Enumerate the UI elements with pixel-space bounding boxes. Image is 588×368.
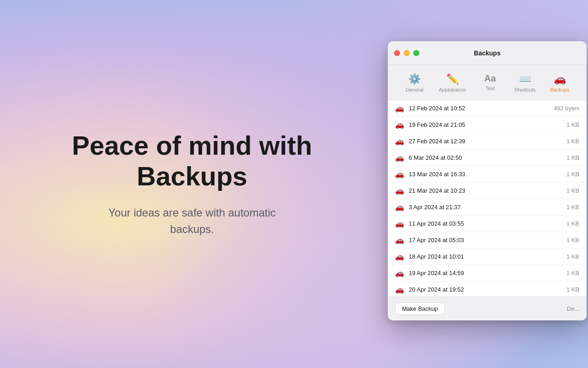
- toolbar-item-appearance[interactable]: ✏️ Appearance: [433, 70, 472, 96]
- backup-file-icon: 🚗: [395, 186, 404, 195]
- footer: Make Backup De...: [388, 297, 587, 320]
- backup-date: 27 Feb 2024 at 12:39: [409, 138, 562, 145]
- backup-size: 1 KB: [567, 220, 579, 227]
- backup-file-icon: 🚗: [395, 203, 404, 211]
- backup-row[interactable]: 🚗6 Mar 2024 at 02:501 KB: [388, 150, 587, 166]
- toolbar-item-text[interactable]: Aa Text: [474, 70, 506, 96]
- backup-file-icon: 🚗: [395, 153, 404, 162]
- backup-date: 17 Apr 2024 at 05:03: [409, 237, 562, 244]
- backup-size: 1 KB: [567, 187, 579, 194]
- backup-file-icon: 🚗: [395, 269, 404, 277]
- backup-date: 13 Mar 2024 at 16:33: [409, 171, 562, 178]
- backups-list[interactable]: 🚗12 Feb 2024 at 10:52492 bytes🚗19 Feb 20…: [388, 100, 587, 297]
- shortcuts-icon: ⌨️: [519, 73, 531, 85]
- backup-file-icon: 🚗: [395, 236, 404, 244]
- backup-row[interactable]: 🚗19 Feb 2024 at 21:051 KB: [388, 117, 587, 133]
- toolbar-item-shortcuts[interactable]: ⌨️ Shortcuts: [508, 70, 542, 96]
- toolbar: ⚙️ General ✏️ Appearance Aa Text ⌨️ Shor…: [388, 65, 587, 100]
- hero-section: Peace of mind with Backups Your ideas ar…: [0, 0, 384, 368]
- text-label: Text: [486, 86, 495, 91]
- appearance-label: Appearance: [439, 87, 466, 92]
- backup-date: 3 Apr 2024 at 21:37: [409, 204, 562, 211]
- backup-row[interactable]: 🚗20 Apr 2024 at 19:521 KB: [388, 281, 587, 297]
- minimize-button[interactable]: [404, 50, 410, 56]
- backup-file-icon: 🚗: [395, 219, 404, 228]
- backup-file-icon: 🚗: [395, 120, 404, 129]
- backup-file-icon: 🚗: [395, 104, 404, 113]
- backup-row[interactable]: 🚗27 Feb 2024 at 12:391 KB: [388, 133, 587, 150]
- toolbar-item-backups[interactable]: 🚗 Backups: [544, 70, 576, 96]
- backup-file-icon: 🚗: [395, 137, 404, 146]
- backup-date: 20 Apr 2024 at 19:52: [409, 286, 562, 293]
- backup-file-icon: 🚗: [395, 170, 404, 179]
- close-button[interactable]: [394, 50, 400, 56]
- backup-row[interactable]: 🚗3 Apr 2024 at 21:371 KB: [388, 199, 587, 216]
- backup-size: 1 KB: [567, 171, 579, 178]
- hero-subtitle: Your ideas are safe with automatic backu…: [87, 205, 297, 238]
- backups-icon: 🚗: [554, 73, 566, 85]
- backup-size: 1 KB: [567, 138, 579, 145]
- backup-file-icon: 🚗: [395, 285, 404, 294]
- text-icon: Aa: [484, 73, 496, 84]
- delete-button[interactable]: De...: [567, 305, 579, 312]
- backup-row[interactable]: 🚗18 Apr 2024 at 10:011 KB: [388, 249, 587, 265]
- backup-date: 12 Feb 2024 at 10:52: [409, 105, 549, 112]
- backup-size: 1 KB: [567, 154, 579, 161]
- titlebar: Backups: [388, 41, 587, 65]
- backup-row[interactable]: 🚗17 Apr 2024 at 05:031 KB: [388, 232, 587, 249]
- window-title: Backups: [474, 49, 500, 57]
- backup-size: 1 KB: [567, 286, 579, 293]
- hero-title: Peace of mind with Backups: [64, 130, 320, 191]
- backup-size: 492 bytes: [554, 105, 579, 112]
- backup-date: 19 Apr 2024 at 14:59: [409, 270, 562, 276]
- appearance-icon: ✏️: [446, 73, 459, 85]
- backup-size: 1 KB: [567, 237, 579, 244]
- shortcuts-label: Shortcuts: [514, 87, 535, 92]
- backup-size: 1 KB: [567, 204, 579, 211]
- backup-row[interactable]: 🚗11 Apr 2024 at 03:551 KB: [388, 216, 587, 232]
- backup-row[interactable]: 🚗13 Mar 2024 at 16:331 KB: [388, 166, 587, 183]
- backup-row[interactable]: 🚗19 Apr 2024 at 14:591 KB: [388, 265, 587, 281]
- backup-date: 21 Mar 2024 at 10:23: [409, 187, 562, 194]
- backup-file-icon: 🚗: [395, 252, 404, 261]
- backup-size: 1 KB: [567, 253, 579, 260]
- make-backup-button[interactable]: Make Backup: [395, 303, 445, 315]
- backup-date: 19 Feb 2024 at 21:05: [409, 121, 562, 128]
- traffic-lights: [394, 50, 419, 56]
- toolbar-item-general[interactable]: ⚙️ General: [399, 70, 431, 96]
- backup-row[interactable]: 🚗12 Feb 2024 at 10:52492 bytes: [388, 100, 587, 117]
- maximize-button[interactable]: [413, 50, 419, 56]
- backups-window: Backups ⚙️ General ✏️ Appearance Aa Text…: [388, 41, 587, 320]
- general-label: General: [406, 87, 423, 92]
- backups-label: Backups: [550, 87, 569, 92]
- backup-date: 6 Mar 2024 at 02:50: [409, 154, 562, 161]
- backup-date: 18 Apr 2024 at 10:01: [409, 253, 562, 260]
- backup-date: 11 Apr 2024 at 03:55: [409, 220, 562, 227]
- backup-size: 1 KB: [567, 121, 579, 128]
- backup-size: 1 KB: [567, 270, 579, 276]
- general-icon: ⚙️: [408, 73, 421, 85]
- backup-row[interactable]: 🚗21 Mar 2024 at 10:231 KB: [388, 183, 587, 199]
